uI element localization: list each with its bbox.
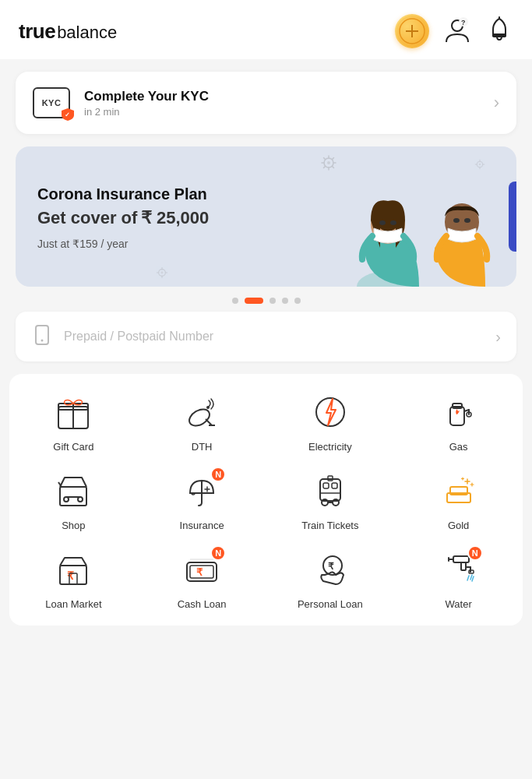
loan-market-icon: ₹ [51, 547, 96, 592]
services-grid: Gift Card DTH [9, 374, 523, 626]
svg-rect-86 [461, 562, 466, 570]
svg-point-47 [206, 406, 210, 409]
service-dth[interactable]: DTH [146, 390, 259, 453]
kyc-arrow-icon: › [494, 93, 499, 113]
profile-button[interactable]: ? [443, 16, 471, 47]
mobile-number-input[interactable]: Prepaid / Postpaid Number › [16, 312, 516, 361]
service-personal-loan[interactable]: ₹ Personal Loan [273, 547, 386, 610]
service-loan-market[interactable]: ₹ Loan Market [17, 547, 130, 610]
carousel-subtitle: Get cover of ₹ 25,000 [37, 208, 495, 228]
electricity-icon [308, 390, 353, 435]
cash-loan-icon: ₹ N [179, 547, 224, 592]
svg-rect-62 [332, 483, 337, 488]
gas-icon [436, 390, 481, 435]
services-row-3: ₹ Loan Market ₹ N Cash Loan [9, 539, 523, 618]
bell-icon [485, 16, 513, 44]
svg-text:✓: ✓ [65, 111, 70, 118]
kyc-icon: KYC ✓ [33, 87, 70, 118]
personal-loan-label: Personal Loan [298, 598, 363, 610]
svg-rect-61 [323, 483, 329, 488]
svg-line-90 [467, 576, 469, 580]
carousel-dot-4[interactable] [282, 298, 288, 304]
kyc-banner[interactable]: KYC ✓ Complete Your KYC in 2 min › [16, 72, 516, 134]
person-icon: ? [443, 16, 471, 44]
carousel-dot-2[interactable] [245, 298, 263, 304]
loan-market-label: Loan Market [45, 598, 101, 610]
water-icon: N [436, 547, 481, 592]
svg-point-25 [161, 272, 164, 274]
services-row-1: Gift Card DTH [9, 382, 523, 460]
service-gold[interactable]: Gold [402, 468, 515, 531]
search-arrow-icon: › [495, 328, 501, 346]
cash-loan-label: Cash Loan [178, 598, 227, 610]
coin-icon [395, 14, 429, 48]
personal-loan-icon: ₹ [308, 547, 353, 592]
gas-label: Gas [449, 441, 468, 453]
carousel-dot-1[interactable] [232, 298, 238, 304]
svg-text:₹: ₹ [67, 569, 74, 582]
phone-icon [31, 324, 53, 349]
service-gift-card[interactable]: Gift Card [17, 390, 130, 453]
app-logo: true balance [19, 19, 117, 44]
svg-line-88 [470, 575, 472, 580]
water-label: Water [446, 598, 472, 610]
phone-icon-svg [31, 324, 53, 346]
kyc-shield-icon: ✓ [61, 108, 75, 122]
electricity-label: Electricity [308, 441, 352, 453]
carousel-dot-3[interactable] [270, 298, 276, 304]
svg-line-45 [206, 419, 212, 425]
service-shop[interactable]: Shop [17, 468, 130, 531]
water-badge: N [467, 545, 483, 561]
gift-card-icon [51, 390, 96, 435]
svg-point-40 [41, 340, 44, 342]
insurance-badge: N [210, 467, 226, 482]
dth-icon [179, 390, 224, 435]
header: true balance ? [0, 0, 532, 59]
service-electricity[interactable]: Electricity [273, 390, 386, 453]
svg-rect-60 [320, 479, 340, 501]
gift-card-label: Gift Card [53, 441, 93, 453]
services-row-2: Shop N Insurance [9, 460, 523, 539]
carousel-content: Corona Insurance Plan Get cover of ₹ 25,… [37, 185, 495, 250]
logo-true: true [19, 19, 55, 44]
carousel-dot-5[interactable] [294, 298, 301, 304]
svg-text:₹: ₹ [196, 566, 203, 578]
gold-icon [436, 468, 481, 513]
carousel-dots [0, 298, 532, 304]
carousel-title: Corona Insurance Plan [37, 185, 495, 203]
insurance-icon: N [179, 468, 224, 513]
gold-label: Gold [448, 520, 469, 531]
service-insurance[interactable]: N Insurance [146, 468, 259, 531]
train-icon [308, 468, 353, 513]
shop-icon [51, 468, 96, 513]
service-train-tickets[interactable]: Train Tickets [273, 468, 386, 531]
svg-line-89 [472, 576, 474, 581]
header-icons: ? [395, 14, 513, 48]
virus-icon-2 [156, 266, 168, 279]
service-cash-loan[interactable]: ₹ N Cash Loan [146, 547, 259, 610]
train-tickets-label: Train Tickets [301, 520, 358, 531]
kyc-text: Complete Your KYC in 2 min [84, 89, 480, 118]
carousel-note: Just at ₹159 / year [37, 238, 495, 250]
carousel-slide[interactable]: Corona Insurance Plan Get cover of ₹ 25,… [16, 146, 516, 287]
cash-loan-badge: N [210, 545, 226, 561]
svg-text:?: ? [461, 19, 466, 26]
notifications-button[interactable] [485, 16, 513, 47]
service-gas[interactable]: Gas [402, 390, 515, 453]
kyc-subtitle: in 2 min [84, 106, 480, 118]
insurance-label: Insurance [180, 520, 224, 531]
dth-label: DTH [192, 441, 213, 453]
service-water[interactable]: N Water [402, 547, 515, 610]
carousel: Corona Insurance Plan Get cover of ₹ 25,… [16, 146, 516, 287]
carousel-right-tab [509, 182, 516, 252]
coin-button[interactable] [395, 14, 429, 48]
svg-point-44 [187, 406, 213, 429]
svg-text:₹: ₹ [328, 561, 334, 572]
shop-label: Shop [62, 520, 85, 531]
search-placeholder-text: Prepaid / Postpaid Number [64, 330, 484, 344]
logo-balance: balance [57, 23, 117, 43]
kyc-title: Complete Your KYC [84, 89, 480, 104]
svg-rect-85 [453, 556, 469, 562]
